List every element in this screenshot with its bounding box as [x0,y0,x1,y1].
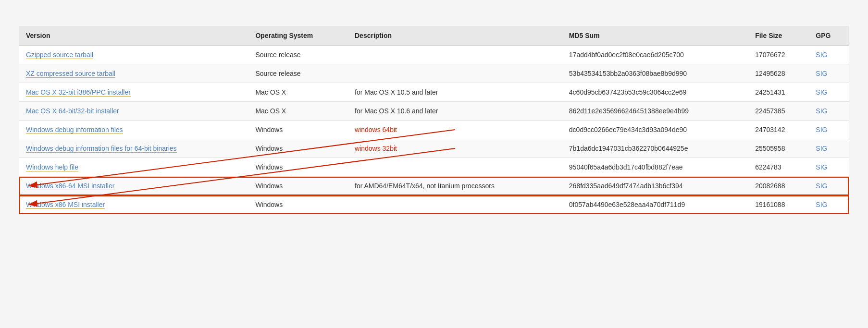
filesize-cell: 24703142 [748,121,809,139]
gpg-cell: SIG [809,46,849,64]
col-header-gpg: GPG [809,26,849,46]
version-link[interactable]: Mac OS X 32-bit i386/PPC installer [26,88,131,97]
md5-cell: 7b1da6dc1947031cb362270b0644925e [562,139,748,158]
md5-cell: 862d11e2e356966246451388ee9e4b99 [562,102,748,121]
description-cell [348,46,562,64]
gpg-cell: SIG [809,177,849,195]
md5-cell: 17add4bf0ad0ec2f08e0cae6d205c700 [562,46,748,64]
filesize-cell: 22457385 [748,102,809,121]
gpg-cell: SIG [809,102,849,121]
description-cell [348,64,562,83]
version-link[interactable]: XZ compressed source tarball [26,70,115,78]
version-cell: Windows help file [19,158,248,177]
table-row: Windows help fileWindows95040f65a4a6db3d… [19,158,849,177]
version-cell: Windows x86 MSI installer [19,195,248,214]
gpg-cell: SIG [809,139,849,158]
os-cell: Mac OS X [248,102,348,121]
os-cell: Source release [248,46,348,64]
description-cell: for Mac OS X 10.5 and later [348,83,562,102]
filesize-cell: 24251431 [748,83,809,102]
col-header-os: Operating System [248,26,348,46]
sig-link[interactable]: SIG [816,51,827,59]
filesize-cell: 17076672 [748,46,809,64]
os-cell: Mac OS X [248,83,348,102]
table-row: Windows debug information files for 64-b… [19,139,849,158]
filesize-cell: 25505958 [748,139,809,158]
sig-link[interactable]: SIG [816,201,827,208]
md5-cell: 95040f65a4a6db3d17c40fbd882f7eae [562,158,748,177]
version-cell: Windows debug information files [19,121,248,139]
version-cell: Windows debug information files for 64-b… [19,139,248,158]
filesize-cell: 6224783 [748,158,809,177]
table-row: Windows x86 MSI installerWindows0f057ab4… [19,195,849,214]
filesize-cell: 20082688 [748,177,809,195]
col-header-md5: MD5 Sum [562,26,748,46]
description-cell: for AMD64/EM64T/x64, not Itanium process… [348,177,562,195]
sig-link[interactable]: SIG [816,107,827,115]
table-row: Windows debug information filesWindowswi… [19,121,849,139]
version-cell: Gzipped source tarball [19,46,248,64]
version-link[interactable]: Windows x86 MSI installer [26,201,105,209]
sig-link[interactable]: SIG [816,145,827,152]
md5-cell: 0f057ab4490e63e528eaa4a70df711d9 [562,195,748,214]
os-cell: Windows [248,177,348,195]
table-row: Windows x86-64 MSI installerWindowsfor A… [19,177,849,195]
os-cell: Windows [248,121,348,139]
version-link[interactable]: Windows debug information files for 64-b… [26,145,177,153]
gpg-cell: SIG [809,195,849,214]
description-cell: for Mac OS X 10.6 and later [348,102,562,121]
table-row: XZ compressed source tarballSource relea… [19,64,849,83]
version-cell: Mac OS X 32-bit i386/PPC installer [19,83,248,102]
sig-link[interactable]: SIG [816,182,827,190]
os-cell: Windows [248,158,348,177]
description-cell: windows 64bit [348,121,562,139]
sig-link[interactable]: SIG [816,163,827,171]
sig-link[interactable]: SIG [816,126,827,134]
version-cell: Mac OS X 64-bit/32-bit installer [19,102,248,121]
os-cell: Windows [248,139,348,158]
version-link[interactable]: Windows debug information files [26,126,123,134]
description-cell: windows 32bit [348,139,562,158]
version-link[interactable]: Mac OS X 64-bit/32-bit installer [26,107,119,115]
col-header-description: Description [348,26,562,46]
table-header-row: Version Operating System Description MD5… [19,26,849,46]
filesize-cell: 19161088 [748,195,809,214]
gpg-cell: SIG [809,64,849,83]
version-cell: XZ compressed source tarball [19,64,248,83]
gpg-cell: SIG [809,158,849,177]
gpg-cell: SIG [809,83,849,102]
table-row: Mac OS X 64-bit/32-bit installerMac OS X… [19,102,849,121]
md5-cell: dc0d9cc0266ec79e434c3d93a094de90 [562,121,748,139]
os-cell: Source release [248,64,348,83]
description-cell [348,195,562,214]
description-cell [348,158,562,177]
gpg-cell: SIG [809,121,849,139]
version-link[interactable]: Windows x86-64 MSI installer [26,182,114,190]
version-link[interactable]: Gzipped source tarball [26,51,93,59]
filesize-cell: 12495628 [748,64,809,83]
version-link[interactable]: Windows help file [26,163,78,171]
table-row: Mac OS X 32-bit i386/PPC installerMac OS… [19,83,849,102]
col-header-filesize: File Size [748,26,809,46]
md5-cell: 53b43534153bb2a0363f08bae8b9d990 [562,64,748,83]
sig-link[interactable]: SIG [816,88,827,96]
md5-cell: 4c60d95cb637423b53c59c3064cc2e69 [562,83,748,102]
table-row: Gzipped source tarballSource release17ad… [19,46,849,64]
sig-link[interactable]: SIG [816,70,827,77]
md5-cell: 268fd335aad649df7474adb13b6cf394 [562,177,748,195]
col-header-version: Version [19,26,248,46]
version-cell: Windows x86-64 MSI installer [19,177,248,195]
files-table: Version Operating System Description MD5… [19,26,849,214]
os-cell: Windows [248,195,348,214]
